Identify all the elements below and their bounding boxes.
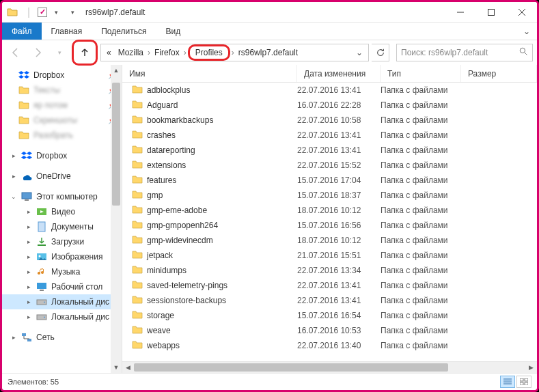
chevron-right-icon[interactable]: › bbox=[184, 48, 186, 57]
nav-recent-dropdown[interactable]: ▾ bbox=[50, 43, 69, 62]
tree-caret-icon[interactable]: ▸ bbox=[25, 298, 32, 305]
tree-caret-icon[interactable]: ▸ bbox=[10, 173, 17, 180]
breadcrumb-mozilla[interactable]: Mozilla bbox=[115, 46, 146, 59]
minimize-button[interactable] bbox=[445, 2, 475, 23]
search-icon[interactable] bbox=[519, 47, 528, 58]
file-row[interactable]: saved-telemetry-pings22.07.2016 13:41Пап… bbox=[122, 278, 537, 293]
file-row[interactable]: crashes22.07.2016 13:41Папка с файлами bbox=[122, 128, 537, 143]
column-size[interactable]: Размер bbox=[461, 65, 537, 82]
sidebar-quick-item[interactable]: Dropbox📌 bbox=[2, 68, 122, 83]
file-row[interactable]: gmp-eme-adobe18.07.2016 10:12Папка с фай… bbox=[122, 203, 537, 218]
file-row[interactable]: storage15.07.2016 16:54Папка с файлами bbox=[122, 308, 537, 323]
file-row[interactable]: bookmarkbackups22.07.2016 10:58Папка с ф… bbox=[122, 113, 537, 128]
ribbon-expand-icon[interactable]: ⌄ bbox=[516, 23, 537, 40]
close-button[interactable] bbox=[506, 2, 537, 23]
file-row[interactable]: jetpack21.07.2016 15:51Папка с файлами bbox=[122, 248, 537, 263]
file-row[interactable]: gmp-gmpopenh26415.07.2016 16:56Папка с ф… bbox=[122, 218, 537, 233]
scroll-thumb[interactable] bbox=[134, 363, 448, 372]
tree-caret-icon[interactable]: ▸ bbox=[25, 238, 32, 245]
sidebar-pc-item[interactable]: ▸Локальный дис bbox=[2, 294, 122, 309]
file-row[interactable]: features15.07.2016 17:04Папка с файлами bbox=[122, 173, 537, 188]
column-type[interactable]: Тип bbox=[381, 65, 461, 82]
view-icons-button[interactable] bbox=[516, 376, 531, 388]
nav-back-button[interactable] bbox=[6, 43, 25, 62]
scroll-left-icon[interactable]: ◀ bbox=[122, 362, 134, 373]
file-row[interactable]: gmp-widevinecdm18.07.2016 10:12Папка с ф… bbox=[122, 233, 537, 248]
qat-checkbox-icon[interactable]: ✓ bbox=[38, 8, 47, 17]
file-row[interactable]: minidumps22.07.2016 13:34Папка с файлами bbox=[122, 263, 537, 278]
breadcrumb-firefox[interactable]: Firefox bbox=[152, 46, 182, 59]
breadcrumb-overflow[interactable]: « bbox=[104, 46, 114, 59]
navigation-pane[interactable]: Dropbox📌Тексты📌яр потом📌Скриншоты📌Разобр… bbox=[2, 65, 122, 373]
sidebar-quick-item[interactable]: яр потом📌 bbox=[2, 98, 122, 113]
nav-up-button[interactable] bbox=[75, 43, 94, 62]
scroll-track[interactable] bbox=[134, 362, 525, 373]
address-bar[interactable]: « Mozilla › Firefox › Profiles › rs96wlp… bbox=[100, 44, 369, 61]
file-row[interactable]: gmp15.07.2016 18:37Папка с файлами bbox=[122, 188, 537, 203]
sidebar-pc-item[interactable]: ▸Рабочий стол bbox=[2, 279, 122, 294]
qat-dropdown-icon[interactable]: ▾ bbox=[49, 5, 64, 20]
tab-home[interactable]: Главная bbox=[42, 23, 92, 40]
search-input[interactable]: Поиск: rs96wlp7.default bbox=[396, 44, 533, 61]
chevron-right-icon[interactable]: › bbox=[232, 48, 234, 57]
sidebar-quick-item[interactable]: Скриншоты📌 bbox=[2, 113, 122, 128]
tree-caret-icon[interactable]: ▸ bbox=[25, 208, 32, 215]
sidebar-pc-item[interactable]: ▸Изображения bbox=[2, 249, 122, 264]
tree-caret-icon[interactable]: ⌄ bbox=[10, 193, 17, 200]
sidebar-onedrive[interactable]: ▸ OneDrive bbox=[2, 169, 122, 184]
tree-caret-icon[interactable]: ▸ bbox=[25, 253, 32, 260]
sidebar-scrollbar[interactable]: ▲ ▼ bbox=[111, 65, 122, 373]
breadcrumb-current[interactable]: rs96wlp7.default bbox=[236, 46, 301, 59]
file-row[interactable]: adblockplus22.07.2016 13:41Папка с файла… bbox=[122, 83, 537, 98]
file-type: Папка с файлами bbox=[381, 100, 461, 110]
sidebar-this-pc[interactable]: ⌄ Этот компьютер bbox=[2, 189, 122, 204]
address-dropdown-icon[interactable]: ⌄ bbox=[353, 48, 365, 57]
sidebar-pc-item[interactable]: ▸Видео bbox=[2, 204, 122, 219]
file-name: weave bbox=[147, 326, 171, 335]
column-name[interactable]: Имя bbox=[122, 65, 297, 82]
scroll-right-icon[interactable]: ▶ bbox=[525, 362, 537, 373]
nav-forward-button[interactable] bbox=[28, 43, 47, 62]
sidebar-pc-item[interactable]: ▸Документы bbox=[2, 219, 122, 234]
tree-caret-icon[interactable]: ▸ bbox=[25, 313, 32, 320]
sidebar-network[interactable]: ▸ Сеть bbox=[2, 330, 122, 345]
tree-caret-icon[interactable]: ▸ bbox=[10, 152, 17, 159]
tree-caret-icon[interactable]: ▸ bbox=[25, 223, 32, 230]
sidebar-pc-item[interactable]: ▸Локальный дис bbox=[2, 309, 122, 324]
chevron-right-icon[interactable]: › bbox=[148, 48, 150, 57]
sidebar-quick-item[interactable]: Тексты📌 bbox=[2, 83, 122, 98]
file-row[interactable]: extensions22.07.2016 15:52Папка с файлам… bbox=[122, 158, 537, 173]
window-title: rs96wlp7.default bbox=[85, 8, 445, 17]
horizontal-scrollbar[interactable]: ◀ ▶ bbox=[122, 361, 537, 373]
scroll-down-icon[interactable]: ▼ bbox=[111, 362, 122, 373]
scroll-track[interactable] bbox=[111, 76, 122, 362]
tab-file[interactable]: Файл bbox=[2, 23, 42, 40]
breadcrumb-profiles[interactable]: Profiles bbox=[188, 44, 230, 61]
status-bar: Элементов: 55 bbox=[2, 374, 537, 390]
view-details-button[interactable] bbox=[500, 376, 515, 388]
column-date[interactable]: Дата изменения bbox=[297, 65, 381, 82]
scroll-thumb[interactable] bbox=[112, 83, 120, 206]
sidebar-pc-item[interactable]: ▸Загрузки bbox=[2, 234, 122, 249]
file-list[interactable]: adblockplus22.07.2016 13:41Папка с файла… bbox=[122, 83, 537, 361]
folder-icon bbox=[132, 310, 143, 322]
sidebar-dropbox-root[interactable]: ▸ Dropbox bbox=[2, 148, 122, 163]
file-row[interactable]: webapps22.07.2016 13:40Папка с файлами bbox=[122, 338, 537, 353]
tree-caret-icon[interactable]: ▸ bbox=[10, 334, 17, 341]
file-date: 15.07.2016 18:37 bbox=[297, 191, 381, 200]
maximize-button[interactable] bbox=[475, 2, 506, 23]
file-name: crashes bbox=[147, 130, 176, 140]
tree-caret-icon[interactable]: ▸ bbox=[25, 283, 32, 290]
tree-caret-icon[interactable]: ▸ bbox=[25, 268, 32, 275]
refresh-button[interactable] bbox=[372, 44, 389, 61]
sidebar-pc-item[interactable]: ▸Музыка bbox=[2, 264, 122, 279]
file-row[interactable]: datareporting22.07.2016 13:41Папка с фай… bbox=[122, 143, 537, 158]
file-row[interactable]: Adguard16.07.2016 22:28Папка с файлами bbox=[122, 98, 537, 113]
file-row[interactable]: weave16.07.2016 10:53Папка с файлами bbox=[122, 323, 537, 338]
sidebar-quick-item[interactable]: Разобрать bbox=[2, 128, 122, 143]
tab-view[interactable]: Вид bbox=[156, 23, 190, 40]
scroll-up-icon[interactable]: ▲ bbox=[111, 65, 122, 76]
tab-share[interactable]: Поделиться bbox=[92, 23, 156, 40]
qat-overflow-icon[interactable]: ▾ bbox=[65, 5, 80, 20]
file-row[interactable]: sessionstore-backups22.07.2016 13:41Папк… bbox=[122, 293, 537, 308]
